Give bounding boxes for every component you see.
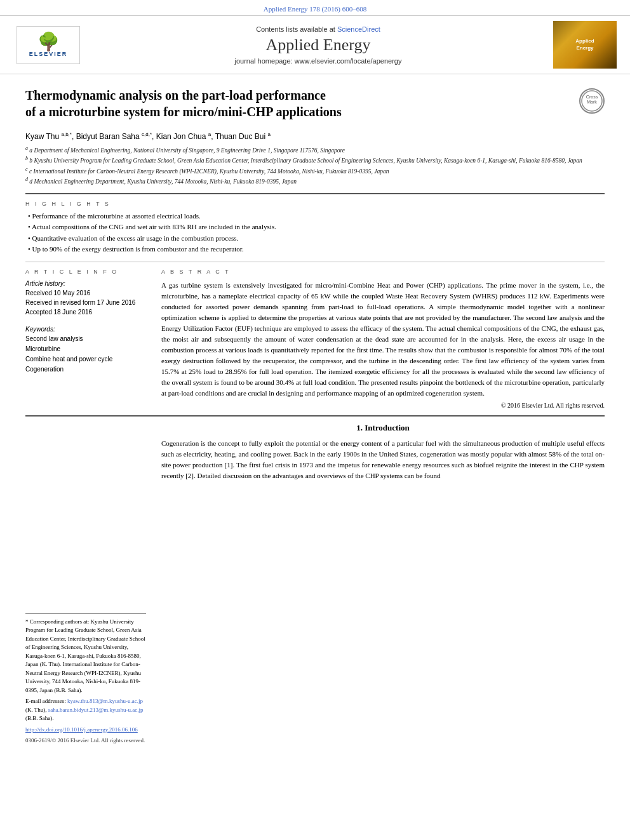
- highlights-section: H I G H L I G H T S Performance of the m…: [25, 201, 605, 255]
- badge-text: AppliedEnergy: [575, 38, 594, 51]
- affiliation-b: b b Kyushu University Program for Leadin…: [25, 155, 605, 165]
- keyword-4: Cogeneration: [25, 364, 146, 375]
- corresponding-note: * Corresponding authors at: Kyushu Unive…: [25, 618, 146, 695]
- abstract-copyright: © 2016 Elsevier Ltd. All rights reserved…: [161, 402, 605, 409]
- sciencedirect-line: Contents lists available at ScienceDirec…: [93, 25, 544, 33]
- received-date: Received 10 May 2016: [25, 288, 146, 298]
- crossmark-badge[interactable]: Cross Mark: [579, 88, 605, 114]
- keyword-3: Combine heat and power cycle: [25, 354, 146, 364]
- article-title: Thermodynamic analysis on the part-load …: [25, 87, 573, 120]
- elsevier-logo-container: 🌳 ELSEVIER: [10, 26, 86, 64]
- intro-text: Cogeneration is the concept to fully exp…: [161, 438, 605, 481]
- highlight-item: Actual compositions of the CNG and wet a…: [28, 222, 605, 233]
- article-info-col: A R T I C L E I N F O Article history: R…: [25, 269, 146, 409]
- revised-date: Received in revised form 17 June 2016: [25, 298, 146, 307]
- abstract-label: A B S T R A C T: [161, 269, 605, 275]
- journal-homepage: journal homepage: www.elsevier.com/locat…: [93, 57, 544, 65]
- highlight-item: Up to 90% of the exergy destruction is f…: [28, 244, 605, 255]
- applied-energy-badge: AppliedEnergy: [553, 21, 617, 69]
- author-kian: Kian Jon Chua a: [156, 132, 211, 141]
- footnote-col: * Corresponding authors at: Kyushu Unive…: [25, 423, 146, 745]
- svg-text:Mark: Mark: [587, 100, 597, 104]
- article-info-label: A R T I C L E I N F O: [25, 269, 146, 275]
- author-thuan: Thuan Duc Bui a: [215, 132, 271, 141]
- introduction-col: 1. Introduction Cogeneration is the conc…: [161, 423, 605, 745]
- journal-center: Contents lists available at ScienceDirec…: [93, 25, 544, 65]
- affiliation-c: c c International Institute for Carbon-N…: [25, 166, 605, 176]
- intro-heading: 1. Introduction: [161, 423, 605, 433]
- keyword-1: Second law analysis: [25, 334, 146, 344]
- highlights-list: Performance of the microturbine at assor…: [25, 211, 605, 255]
- elsevier-wordmark: ELSEVIER: [29, 51, 68, 57]
- email2-name: (B.B. Saha).: [25, 715, 54, 721]
- highlights-label: H I G H L I G H T S: [25, 201, 605, 207]
- abstract-text: A gas turbine system is extensively inve…: [161, 280, 605, 399]
- article-content: Thermodynamic analysis on the part-load …: [0, 74, 630, 758]
- journal-header: 🌳 ELSEVIER Contents lists available at S…: [0, 15, 630, 74]
- affiliation-d: d d Mechanical Engineering Department, K…: [25, 176, 605, 186]
- keywords-label: Keywords:: [25, 326, 146, 333]
- email-line: E-mail addresses: kyaw.thu.813@m.kyushu-…: [25, 697, 146, 723]
- divider-after-highlights: [25, 262, 605, 262]
- crossmark-icon: Cross Mark: [579, 88, 605, 114]
- introduction-section: * Corresponding authors at: Kyushu Unive…: [25, 423, 605, 745]
- elsevier-tree-icon: 🌳: [37, 33, 60, 51]
- two-column-section: A R T I C L E I N F O Article history: R…: [25, 269, 605, 409]
- doi-link[interactable]: http://dx.doi.org/10.1016/j.apenergy.201…: [25, 726, 138, 733]
- journal-title: Applied Energy: [93, 36, 544, 55]
- svg-text:Cross: Cross: [586, 95, 598, 99]
- journal-top-citation: Applied Energy 178 (2016) 600–608: [0, 0, 630, 15]
- authors-line: Kyaw Thu a,b,*, Bidyut Baran Saha c,d,*,…: [25, 131, 605, 141]
- issn-copyright: 0306-2619/© 2016 Elsevier Ltd. All right…: [25, 737, 146, 745]
- elsevier-logo: 🌳 ELSEVIER: [17, 26, 80, 64]
- divider-after-abstract: [25, 415, 605, 417]
- citation-text: Applied Energy 178 (2016) 600–608: [264, 5, 366, 13]
- divider-after-affiliations: [25, 193, 605, 194]
- highlight-item: Quantitative evaluation of the excess ai…: [28, 233, 605, 244]
- history-label: Article history:: [25, 280, 146, 287]
- author-kyaw: Kyaw Thu a,b,*: [25, 132, 72, 141]
- email-label: E-mail addresses:: [25, 698, 66, 704]
- author-bidyut: Bidyut Baran Saha c,d,*: [76, 132, 152, 141]
- footnote-area: * Corresponding authors at: Kyushu Unive…: [25, 613, 146, 745]
- page: Applied Energy 178 (2016) 600–608 🌳 ELSE…: [0, 0, 630, 840]
- journal-logo-right: AppliedEnergy: [550, 21, 620, 69]
- keywords: Second law analysis Microturbine Combine…: [25, 334, 146, 375]
- email1-name: (K. Thu),: [25, 707, 47, 713]
- highlight-item: Performance of the microturbine at assor…: [28, 211, 605, 222]
- affiliations: a a Department of Mechanical Engineering…: [25, 145, 605, 187]
- email1[interactable]: kyaw.thu.813@m.kyushu-u.ac.jp: [67, 698, 143, 704]
- keyword-2: Microturbine: [25, 344, 146, 354]
- abstract-col: A B S T R A C T A gas turbine system is …: [161, 269, 605, 409]
- sciencedirect-link[interactable]: ScienceDirect: [337, 25, 380, 33]
- affiliation-a: a a Department of Mechanical Engineering…: [25, 145, 605, 155]
- email2[interactable]: saha.baran.bidyut.213@m.kyushu-u.ac.jp: [48, 707, 144, 713]
- accepted-date: Accepted 18 June 2016: [25, 307, 146, 317]
